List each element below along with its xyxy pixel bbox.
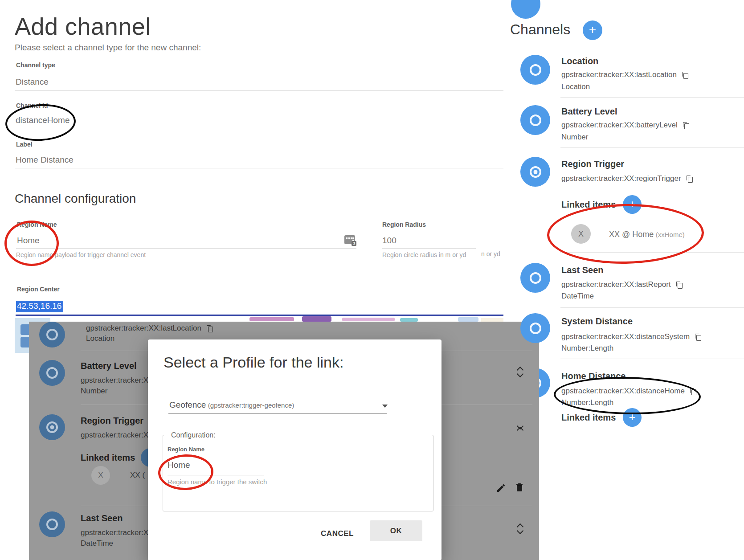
channel-id-input[interactable]: distanceHome [16,115,69,125]
channel-type-label: Channel type [16,61,55,69]
state-channel-icon [46,329,58,340]
region-name-hint: Region name payload for trigger channel … [16,251,146,258]
channel-type: Number:Length [561,398,613,407]
channel-name: Location [561,56,598,66]
channel-uid: gpstracker:tracker:XX:batteryLevel [561,121,678,130]
focused-underline [16,315,503,316]
channel-kind-icon [39,511,65,537]
fieldset-legend: Configuration: [168,431,218,439]
divider [15,90,503,91]
divider [560,359,744,359]
channel-name: Battery Level [561,106,617,117]
region-radius-hint-fragment: n or yd [481,250,500,258]
copy-icon[interactable] [683,122,689,129]
channel-name: Last Seen [81,513,123,523]
plus-icon: + [583,20,602,39]
divider [560,307,744,308]
profile-select[interactable]: Geofence (gpstracker:trigger-geofence) [169,400,294,410]
region-name-label: Region Name [168,446,204,453]
chevron-down-icon [382,405,388,408]
label-label: Label [16,141,33,148]
divider [560,97,744,98]
channel-name: System Distance [561,316,633,327]
divider [560,147,744,148]
channel-uid: gpstracker:tracker:XX:regionTrigger [561,174,681,183]
page-subtitle: Please select a channel type for the new… [15,43,201,53]
channel-uid: gpstracker:tracker:XX:distanceSystem [561,332,690,341]
state-channel-icon [46,367,58,379]
region-radius-hint: Region circle radius in m or yd [382,251,466,258]
copy-icon[interactable] [676,282,682,288]
cancel-button[interactable]: CANCEL [313,526,362,542]
region-name-input[interactable]: Home [17,236,40,245]
ok-button[interactable]: OK [370,520,422,541]
trigger-channel-icon [46,421,58,433]
linked-item[interactable]: XX @ Home (xxHome) [609,230,685,239]
profile-dialog: Select a Profile for the link: Geofence … [148,339,441,560]
trigger-channel-icon [530,166,541,178]
channel-type: Location [561,82,590,91]
plus-icon: + [623,408,642,426]
copy-icon[interactable] [682,72,688,78]
channel-type: DateTime [81,539,113,548]
map-fragment [302,316,331,322]
channel-kind-icon [520,313,550,343]
cropped-fab-circle [511,0,540,19]
add-linked-item-button[interactable]: + [623,408,642,427]
keyboard-input-icon[interactable]: 3 [344,235,355,244]
plus-icon: + [623,195,642,213]
linked-item-avatar: X [91,466,110,485]
dialog-title: Select a Profile for the link: [164,354,343,371]
state-channel-icon [46,519,58,530]
channel-type: Number [561,133,588,142]
copy-icon[interactable] [687,176,692,182]
channel-uid: gpstracker:tracker:XX:lastReport [561,280,671,289]
copy-icon[interactable] [690,388,696,395]
channel-kind-icon [520,105,550,135]
channel-kind-icon [520,55,550,85]
add-linked-item-button[interactable]: + [623,195,642,214]
linked-item-name: XX @ Home [609,230,654,239]
channel-name: Battery Level [81,361,137,371]
channel-uid: gpstracker:tracker:XX:distanceHome [561,387,685,396]
channel-uid: gpstracker:tracker:XX:lastLocation [561,70,677,79]
region-center-input[interactable]: 42.53,16.16 [16,301,63,312]
channels-panel-title: Channels [510,21,570,38]
config-section-title: Channel configuration [15,192,136,206]
channel-uid: gpstracker:tracker:X [81,528,148,537]
channel-type: DateTime [561,292,594,301]
add-channel-button[interactable]: + [583,20,602,40]
map-fragment [400,318,418,322]
channel-kind-icon [39,414,65,440]
divider [15,129,503,129]
channel-name: Region Trigger [561,159,624,169]
keyboard-badge: 3 [352,241,356,246]
linked-items-label: Linked items [561,413,616,423]
region-radius-input[interactable]: 100 [382,236,397,245]
channel-kind-icon [39,322,65,347]
linked-items-label: Linked items [561,200,616,210]
region-name-input[interactable]: Home [168,460,190,470]
map-fragment [342,318,395,321]
channel-name: Region Trigger [81,416,143,426]
reorder-channel-icon [517,422,524,435]
reorder-channel-icon [517,366,524,379]
label-input[interactable]: Home Distance [16,155,74,165]
state-channel-icon [530,64,541,76]
channel-id-label: Channel Id [16,102,48,109]
edit-icon [496,483,506,493]
channel-uid: gpstracker:tracker:X [81,376,148,385]
linked-item-avatar[interactable]: X [571,224,591,244]
channel-uid: gpstracker:tracker:XX:lastLocation [86,324,201,333]
linked-item-name: XX ( [130,471,145,480]
state-channel-icon [530,323,541,334]
copy-icon[interactable] [695,334,701,340]
channel-name: Home Distance [561,371,626,381]
channel-kind-icon [520,263,550,293]
linked-item-id: (xxHome) [656,231,685,238]
channel-type-select[interactable]: Distance [16,77,49,87]
channel-type: Number [81,387,107,396]
channel-name: Last Seen [561,265,603,275]
map-fragment [458,317,478,322]
linked-items-label: Linked items [81,453,135,463]
